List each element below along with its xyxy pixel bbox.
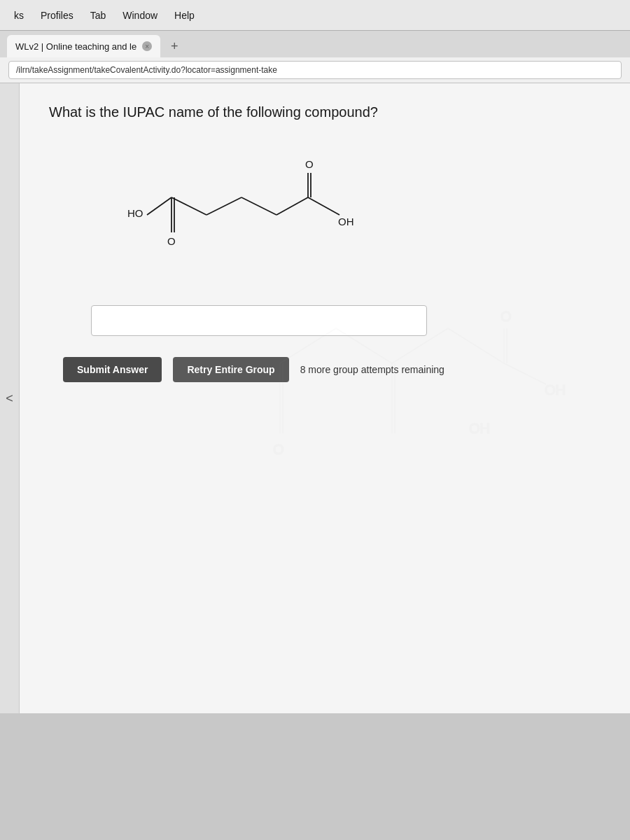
svg-text:O: O (305, 158, 314, 170)
svg-text:OH: OH (545, 382, 566, 398)
molecule-svg: HO O O (91, 141, 371, 281)
svg-text:OH: OH (338, 216, 354, 227)
tab-title: WLv2 | Online teaching and le (15, 41, 136, 52)
retry-entire-group-button[interactable]: Retry Entire Group (173, 357, 288, 382)
svg-line-5 (172, 197, 206, 215)
svg-text:O: O (167, 235, 176, 247)
chemical-structure: HO O O (91, 141, 595, 284)
content-area: < What is the IUPAC name of the followin… (0, 83, 630, 713)
svg-line-6 (206, 197, 241, 215)
browser-chrome: WLv2 | Online teaching and le × + /ilrn/… (0, 31, 630, 83)
address-bar-container: /ilrn/takeAssignment/takeCovalentActivit… (0, 57, 630, 83)
answer-input-box[interactable] (91, 305, 427, 336)
svg-line-1 (147, 197, 172, 215)
svg-line-8 (276, 197, 308, 215)
attempts-remaining-text: 8 more group attempts remaining (300, 364, 444, 375)
svg-text:O: O (273, 442, 284, 457)
submit-answer-button[interactable]: Submit Answer (63, 357, 162, 382)
svg-text:HO: HO (127, 207, 144, 219)
svg-line-7 (241, 197, 276, 215)
active-tab[interactable]: WLv2 | Online teaching and le × (7, 35, 160, 57)
menu-bar: ks Profiles Tab Window Help (0, 0, 630, 31)
tab-close-button[interactable]: × (142, 41, 152, 51)
address-input[interactable]: /ilrn/takeAssignment/takeCovalentActivit… (8, 61, 622, 79)
tab-bar: WLv2 | Online teaching and le × + (0, 31, 630, 57)
buttons-row: Submit Answer Retry Entire Group 8 more … (63, 357, 595, 382)
svg-line-12 (308, 197, 340, 215)
sidebar-arrow-icon: < (6, 391, 13, 406)
menu-ks[interactable]: ks (14, 10, 24, 21)
main-content: What is the IUPAC name of the following … (49, 104, 595, 382)
menu-window[interactable]: Window (122, 10, 158, 21)
menu-tab[interactable]: Tab (90, 10, 106, 21)
sidebar-handle[interactable]: < (0, 83, 20, 713)
menu-profiles[interactable]: Profiles (41, 10, 74, 21)
question-text: What is the IUPAC name of the following … (49, 104, 595, 120)
new-tab-button[interactable]: + (164, 36, 184, 56)
svg-text:OH: OH (469, 421, 490, 436)
url-text: /ilrn/takeAssignment/takeCovalentActivit… (16, 65, 277, 75)
menu-help[interactable]: Help (174, 10, 195, 21)
